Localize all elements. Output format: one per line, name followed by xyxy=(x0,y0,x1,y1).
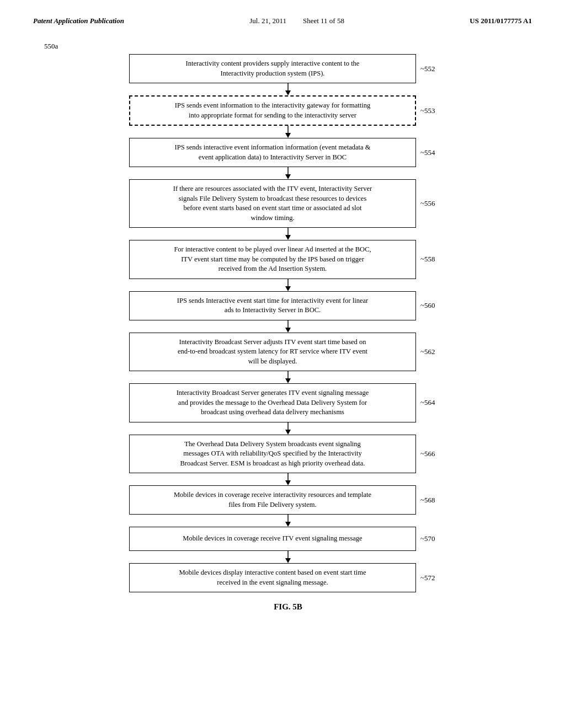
header-sheet: Sheet 11 of 58 xyxy=(303,17,344,25)
flow-row: For interactive content to be played ove… xyxy=(44,240,532,279)
arrow-down xyxy=(145,126,431,138)
step-box-568: Mobile devices in coverage receive inter… xyxy=(129,485,416,515)
arrow-down xyxy=(145,228,431,240)
arrow-down xyxy=(145,279,431,291)
svg-marker-3 xyxy=(285,133,291,138)
svg-marker-7 xyxy=(285,235,291,240)
header-center: Jul. 21, 2011 Sheet 11 of 58 xyxy=(249,17,344,25)
flow-row: Interactivity Broadcast Server generates… xyxy=(44,383,532,422)
flow-row: Mobile devices in coverage receive inter… xyxy=(44,485,532,515)
step-box-558: For interactive content to be played ove… xyxy=(129,240,416,279)
header-date: Jul. 21, 2011 xyxy=(249,17,286,25)
step-box-554: IPS sends interactive event information … xyxy=(129,138,416,167)
step-box-556: If there are resources associated with t… xyxy=(129,179,416,228)
step-number-564: ~564 xyxy=(420,398,447,407)
flow-row: Interactivity Broadcast Server adjusts I… xyxy=(44,333,532,372)
svg-marker-17 xyxy=(285,480,291,485)
flow-row: IPS sends Interactive event start time f… xyxy=(44,291,532,320)
step-number-568: ~568 xyxy=(420,496,447,505)
step-box-564: Interactivity Broadcast Server generates… xyxy=(129,383,416,422)
page-header: Patent Application Publication Jul. 21, … xyxy=(33,17,532,25)
svg-marker-11 xyxy=(285,328,291,333)
figure-label: FIG. 5B xyxy=(44,602,532,612)
step-box-552: Interactivity content providers supply i… xyxy=(129,54,416,83)
step-number-553: ~553 xyxy=(420,106,447,115)
step-box-553: IPS sends event information to the inter… xyxy=(129,95,416,126)
svg-marker-9 xyxy=(285,286,291,291)
arrow-down xyxy=(145,551,431,563)
step-box-562: Interactivity Broadcast Server adjusts I… xyxy=(129,333,416,372)
arrow-down xyxy=(145,167,431,179)
svg-marker-15 xyxy=(285,430,291,435)
patent-page: Patent Application Publication Jul. 21, … xyxy=(0,0,565,728)
step-number-556: ~556 xyxy=(420,199,447,208)
flow-row: Mobile devices display interactive conte… xyxy=(44,563,532,592)
svg-marker-19 xyxy=(285,522,291,527)
arrow-down xyxy=(145,515,431,527)
flow-row: IPS sends interactive event information … xyxy=(44,138,532,167)
step-number-554: ~554 xyxy=(420,148,447,157)
flow-row: Mobile devices in coverage receive ITV e… xyxy=(44,527,532,551)
step-number-558: ~558 xyxy=(420,255,447,264)
svg-marker-1 xyxy=(285,90,291,95)
arrow-down xyxy=(145,320,431,333)
arrow-down xyxy=(145,83,431,95)
flow-row: Interactivity content providers supply i… xyxy=(44,54,532,83)
arrow-down xyxy=(145,422,431,435)
header-patent: US 2011/0177775 A1 xyxy=(470,17,532,25)
step-number-562: ~562 xyxy=(420,347,447,356)
step-number-566: ~566 xyxy=(420,449,447,458)
step-box-572: Mobile devices display interactive conte… xyxy=(129,563,416,592)
step-number-560: ~560 xyxy=(420,301,447,310)
header-publication-type: Patent Application Publication xyxy=(33,17,124,25)
svg-marker-21 xyxy=(285,558,291,563)
svg-marker-5 xyxy=(285,174,291,179)
step-box-570: Mobile devices in coverage receive ITV e… xyxy=(129,527,416,551)
flow-row: If there are resources associated with t… xyxy=(44,179,532,228)
svg-marker-13 xyxy=(285,378,291,383)
diagram-ref-label: 550a xyxy=(44,42,58,51)
flow-diagram: Interactivity content providers supply i… xyxy=(44,54,532,592)
step-box-566: The Overhead Data Delivery System broadc… xyxy=(129,435,416,474)
arrow-down xyxy=(145,371,431,383)
flow-row: IPS sends event information to the inter… xyxy=(44,95,532,126)
step-number-570: ~570 xyxy=(420,534,447,543)
step-number-572: ~572 xyxy=(420,574,447,582)
diagram-area: 550a Interactivity content providers sup… xyxy=(33,42,532,612)
arrow-down xyxy=(145,473,431,485)
flow-row: The Overhead Data Delivery System broadc… xyxy=(44,435,532,474)
step-box-560: IPS sends Interactive event start time f… xyxy=(129,291,416,320)
step-number-552: ~552 xyxy=(420,65,447,73)
